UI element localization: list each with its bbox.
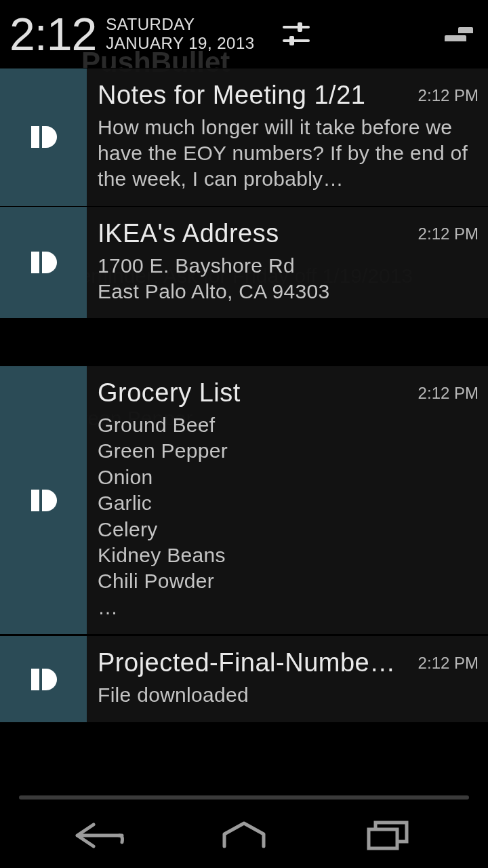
notification-item[interactable]: Grocery List 2:12 PM Ground Beef Green P… bbox=[0, 366, 488, 634]
sliders-icon bbox=[281, 19, 311, 49]
recents-icon bbox=[366, 820, 411, 851]
notification-item[interactable]: Projected-Final-Numbers-E.. 2:12 PM File… bbox=[0, 635, 488, 722]
notification-content: Ground Beef Green Pepper Onion Garlic Ce… bbox=[98, 412, 479, 620]
date-block: SATURDAY JANUARY 19, 2013 bbox=[106, 15, 254, 53]
notification-shade: Notes for Meeting 1/21 2:12 PM How much … bbox=[0, 68, 488, 800]
notification-app-icon-tile bbox=[0, 636, 87, 722]
notification-item[interactable]: Notes for Meeting 1/21 2:12 PM How much … bbox=[0, 68, 488, 206]
shade-grab-bar[interactable] bbox=[19, 795, 469, 800]
pushbullet-icon bbox=[27, 121, 60, 153]
svg-rect-5 bbox=[31, 252, 39, 273]
status-bar: 2:12 SATURDAY JANUARY 19, 2013 bbox=[0, 0, 488, 68]
home-icon bbox=[220, 821, 268, 850]
notification-content: 1700 E. Bayshore Rd East Palo Alto, CA 9… bbox=[98, 253, 479, 305]
notification-timestamp: 2:12 PM bbox=[418, 648, 479, 673]
back-button[interactable] bbox=[59, 812, 140, 859]
handle-bar-icon bbox=[458, 27, 473, 33]
notification-timestamp: 2:12 PM bbox=[418, 81, 479, 105]
svg-rect-3 bbox=[289, 36, 294, 45]
svg-rect-8 bbox=[369, 829, 397, 848]
handle-bar-icon bbox=[445, 35, 466, 41]
shade-drag-handle[interactable] bbox=[442, 26, 473, 46]
notification-content: How much longer will it take before we h… bbox=[98, 115, 479, 193]
quick-settings-button[interactable] bbox=[281, 18, 312, 50]
notification-timestamp: 2:12 PM bbox=[418, 378, 479, 403]
notification-item[interactable]: IKEA's Address 2:12 PM 1700 E. Bayshore … bbox=[0, 206, 488, 318]
day-of-week: SATURDAY bbox=[106, 15, 254, 34]
pushbullet-icon bbox=[27, 484, 60, 517]
notification-app-icon-tile bbox=[0, 366, 87, 634]
notification-timestamp: 2:12 PM bbox=[418, 219, 479, 243]
pushbullet-icon bbox=[27, 663, 60, 696]
svg-rect-2 bbox=[298, 22, 302, 32]
pushbullet-icon bbox=[27, 246, 60, 279]
svg-rect-4 bbox=[31, 126, 39, 148]
clock-time: 2:12 bbox=[9, 11, 96, 57]
date-label: JANUARY 19, 2013 bbox=[106, 34, 254, 53]
back-icon bbox=[73, 821, 126, 850]
notification-title: Notes for Meeting 1/21 bbox=[98, 81, 365, 111]
svg-rect-6 bbox=[31, 490, 39, 511]
svg-rect-7 bbox=[31, 669, 39, 690]
notification-app-icon-tile bbox=[0, 207, 87, 318]
notification-title: IKEA's Address bbox=[98, 219, 279, 249]
notification-title: Grocery List bbox=[98, 378, 241, 408]
notification-title: Projected-Final-Numbers-E.. bbox=[98, 648, 401, 678]
recents-button[interactable] bbox=[348, 812, 429, 859]
home-button[interactable] bbox=[203, 812, 285, 859]
notification-content: File downloaded bbox=[98, 682, 479, 708]
notification-app-icon-tile bbox=[0, 68, 87, 206]
navigation-bar bbox=[0, 803, 488, 868]
